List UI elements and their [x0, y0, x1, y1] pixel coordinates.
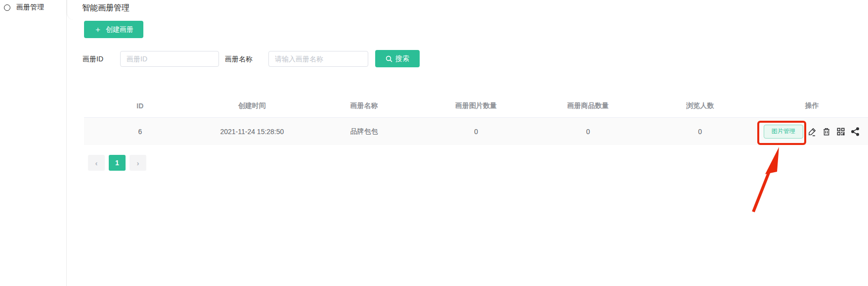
search-button-label: 搜索 [395, 54, 409, 63]
delete-icon[interactable] [821, 126, 832, 137]
edit-icon[interactable] [807, 126, 818, 137]
share-icon[interactable] [850, 126, 861, 137]
column-header-view-count: 浏览人数 [644, 101, 756, 110]
column-header-product-count: 画册商品数量 [532, 101, 644, 110]
albums-table: ID 创建时间 画册名称 画册图片数量 画册商品数量 浏览人数 操作 6 202… [84, 94, 868, 145]
sidebar-item-label: 画册管理 [16, 3, 44, 12]
cell-image-count: 0 [420, 128, 532, 136]
album-management-page: 画册管理 智能画册管理 ＋ 创建画册 画册ID 画册名称 搜索 ID 创建时间 … [0, 0, 868, 286]
column-header-name: 画册名称 [308, 101, 420, 110]
sidebar: 画册管理 [0, 0, 67, 286]
pagination-next-button[interactable]: › [130, 155, 146, 171]
qrcode-icon[interactable] [835, 126, 846, 137]
pagination: ‹ 1 › [88, 155, 146, 171]
table-row: 6 2021-11-24 15:28:50 品牌包包 0 0 0 图片管理 [84, 118, 868, 145]
album-name-input[interactable] [268, 51, 368, 67]
circle-icon [4, 4, 10, 11]
album-name-label: 画册名称 [225, 51, 253, 67]
album-id-input[interactable] [120, 51, 219, 67]
cell-created-at: 2021-11-24 15:28:50 [196, 128, 308, 136]
cell-name: 品牌包包 [308, 127, 420, 136]
column-header-image-count: 画册图片数量 [420, 101, 532, 110]
search-button[interactable]: 搜索 [375, 50, 420, 67]
cell-id: 6 [84, 128, 196, 136]
page-title: 智能画册管理 [82, 3, 130, 13]
album-id-label: 画册ID [83, 51, 103, 67]
create-album-button[interactable]: ＋ 创建画册 [84, 21, 143, 38]
pagination-page-1-button[interactable]: 1 [109, 155, 126, 171]
pagination-prev-button[interactable]: ‹ [88, 155, 105, 171]
image-management-button[interactable]: 图片管理 [764, 125, 803, 139]
column-header-created-at: 创建时间 [196, 101, 308, 110]
table-header-row: ID 创建时间 画册名称 画册图片数量 画册商品数量 浏览人数 操作 [84, 94, 868, 118]
cell-view-count: 0 [644, 128, 756, 136]
cell-product-count: 0 [532, 128, 644, 136]
plus-icon: ＋ [94, 26, 102, 34]
cell-actions: 图片管理 [756, 125, 868, 139]
search-icon [386, 55, 392, 62]
panel-corner-divider [67, 0, 75, 20]
create-album-label: 创建画册 [106, 25, 133, 34]
sidebar-item-album-management[interactable]: 画册管理 [4, 3, 44, 12]
column-header-id: ID [84, 102, 196, 110]
column-header-actions: 操作 [756, 101, 868, 110]
